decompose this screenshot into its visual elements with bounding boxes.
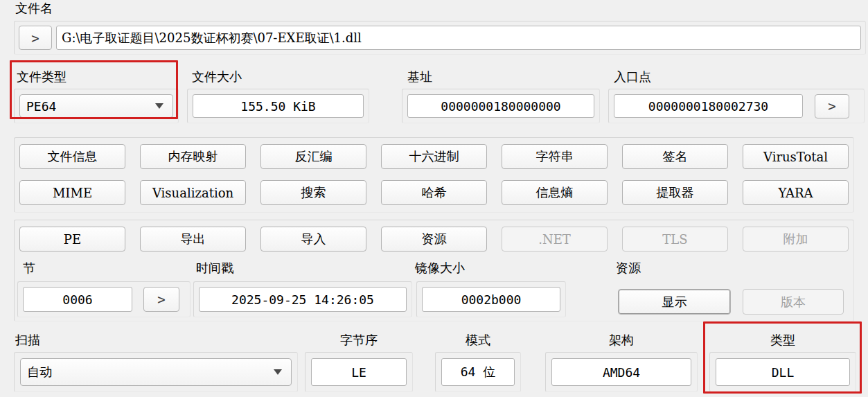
pe-button-tls: TLS bbox=[622, 227, 728, 252]
scan-select[interactable]: 自动 bbox=[20, 358, 292, 386]
tool-button-disassembly[interactable]: 反汇编 bbox=[260, 144, 366, 169]
pe-button-dotnet: .NET bbox=[502, 227, 608, 252]
entry-point-label: 入口点 bbox=[614, 69, 651, 85]
type-frame: DLL bbox=[709, 352, 856, 392]
scan-label: 扫描 bbox=[15, 333, 40, 348]
dropdown-arrow-icon bbox=[155, 103, 163, 109]
chevron-right-icon: > bbox=[31, 30, 39, 46]
entry-point-frame: 0000000180002730 > bbox=[608, 89, 865, 123]
tool-button-yara[interactable]: YARA bbox=[743, 180, 849, 205]
image-size-frame: 0002b000 bbox=[416, 281, 566, 317]
scan-value: 自动 bbox=[27, 364, 52, 380]
tool-button-hex[interactable]: 十六进制 bbox=[381, 144, 487, 169]
base-address-field: 0000000180000000 bbox=[407, 94, 594, 118]
tool-button-visualization[interactable]: Visualization bbox=[140, 180, 246, 205]
file-type-select[interactable]: PE64 bbox=[19, 94, 173, 118]
endianness-frame: LE bbox=[305, 352, 413, 392]
file-size-label: 文件大小 bbox=[192, 69, 242, 85]
file-path-input[interactable] bbox=[56, 26, 861, 50]
timestamp-frame: 2025-09-25 14:26:05 bbox=[193, 281, 412, 317]
pe-details-panel: PE 导出 导入 资源 .NET TLS 附加 节 时间戳 镜像大小 资源 00… bbox=[14, 220, 854, 321]
pe-button-resources[interactable]: 资源 bbox=[381, 227, 487, 252]
mode-field: 64 位 bbox=[441, 358, 515, 386]
file-path-frame: > bbox=[14, 21, 866, 55]
tool-button-virustotal[interactable]: VirusTotal bbox=[743, 144, 849, 169]
resources-show-button[interactable]: 显示 bbox=[618, 289, 731, 315]
image-size-field: 0002b000 bbox=[422, 287, 560, 312]
file-type-label: 文件类型 bbox=[17, 69, 67, 85]
pe-button-import[interactable]: 导入 bbox=[260, 227, 366, 252]
chevron-right-icon: > bbox=[157, 292, 165, 307]
tool-button-strings[interactable]: 字符串 bbox=[502, 144, 608, 169]
sections-goto-button[interactable]: > bbox=[143, 287, 179, 312]
tool-button-hash[interactable]: 哈希 bbox=[381, 180, 487, 205]
file-type-value: PE64 bbox=[26, 99, 56, 114]
resources-version-button: 版本 bbox=[743, 289, 844, 315]
die-file-info-window: { "colors": { "annotation_red": "#d21f1f… bbox=[0, 0, 868, 397]
endianness-field: LE bbox=[311, 358, 407, 386]
architecture-field: AMD64 bbox=[551, 358, 691, 386]
pe-button-pe[interactable]: PE bbox=[19, 227, 125, 252]
endianness-label: 字节序 bbox=[305, 333, 413, 348]
mode-frame: 64 位 bbox=[435, 352, 521, 392]
entry-point-field: 0000000180002730 bbox=[614, 94, 803, 118]
chevron-right-icon: > bbox=[828, 98, 835, 114]
tool-button-mime[interactable]: MIME bbox=[19, 180, 125, 205]
base-address-label: 基址 bbox=[407, 69, 432, 85]
sections-label: 节 bbox=[23, 261, 35, 276]
tool-button-entropy[interactable]: 信息熵 bbox=[502, 180, 608, 205]
image-size-label: 镜像大小 bbox=[415, 261, 465, 276]
architecture-frame: AMD64 bbox=[545, 352, 698, 392]
file-size-frame: 155.50 KiB bbox=[187, 89, 369, 123]
pe-button-export[interactable]: 导出 bbox=[140, 227, 246, 252]
file-type-frame: PE64 bbox=[14, 89, 179, 123]
tools-panel: 文件信息 内存映射 反汇编 十六进制 字符串 签名 VirusTotal MIM… bbox=[14, 137, 854, 213]
base-address-frame: 0000000180000000 bbox=[402, 89, 600, 123]
goto-entry-point-button[interactable]: > bbox=[815, 94, 849, 118]
tool-button-file-info[interactable]: 文件信息 bbox=[19, 144, 125, 169]
tool-button-extractor[interactable]: 提取器 bbox=[622, 180, 728, 205]
tool-button-memory-map[interactable]: 内存映射 bbox=[140, 144, 246, 169]
resources-label: 资源 bbox=[616, 261, 641, 276]
scan-frame: 自动 bbox=[14, 352, 298, 392]
timestamp-field: 2025-09-25 14:26:05 bbox=[199, 287, 407, 312]
file-size-field: 155.50 KiB bbox=[193, 94, 364, 118]
tool-button-signatures[interactable]: 签名 bbox=[622, 144, 728, 169]
mode-label: 模式 bbox=[435, 333, 521, 348]
type-field: DLL bbox=[716, 358, 850, 386]
architecture-label: 架构 bbox=[545, 333, 698, 348]
type-label: 类型 bbox=[709, 333, 856, 348]
pe-button-overlay: 附加 bbox=[743, 227, 849, 252]
tool-button-search[interactable]: 搜索 bbox=[260, 180, 366, 205]
timestamp-label: 时间戳 bbox=[196, 261, 233, 276]
file-name-label: 文件名 bbox=[15, 1, 53, 16]
sections-count-field: 0006 bbox=[23, 287, 132, 312]
dropdown-arrow-icon bbox=[274, 369, 282, 375]
browse-file-button[interactable]: > bbox=[19, 26, 52, 50]
sections-frame: 0006 > bbox=[17, 281, 191, 317]
